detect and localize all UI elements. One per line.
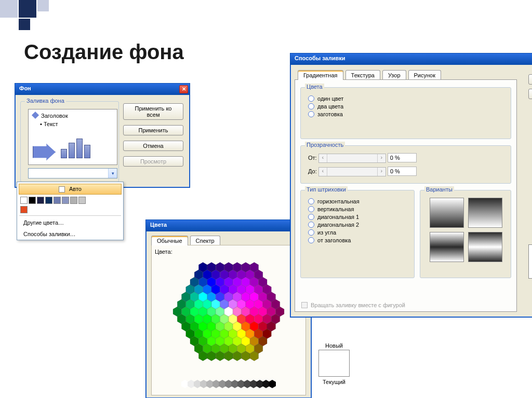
- rotate-with-shape-checkbox[interactable]: Вращать заливку вместе с фигурой: [301, 302, 405, 308]
- chart-icon: [61, 139, 97, 160]
- color-swatch[interactable]: [78, 197, 86, 204]
- color-dropdown-menu: Авто Другие цвета… Способы заливки…: [17, 182, 124, 240]
- tab-pattern[interactable]: Узор: [382, 70, 406, 80]
- radio-horizontal[interactable]: горизонтальная: [308, 198, 407, 204]
- cancel-button[interactable]: Отмена: [123, 141, 183, 151]
- new-color-swatch: [318, 350, 350, 377]
- colors-dialog: Цвета Обычные Спектр Цвета: Цвета:: [145, 219, 312, 398]
- new-color-label: Новый: [316, 342, 352, 349]
- color-swatch[interactable]: [37, 197, 44, 204]
- background-dialog-titlebar[interactable]: Фон ✕: [15, 84, 190, 95]
- radio-two-colors[interactable]: два цвета: [308, 103, 503, 109]
- transparency-from-value[interactable]: 0 %: [388, 153, 417, 162]
- color-swatch[interactable]: [29, 197, 36, 204]
- tab-gradient[interactable]: Градиентная: [298, 70, 343, 80]
- apply-button[interactable]: Применить: [123, 125, 183, 135]
- diamond-icon: [32, 112, 39, 119]
- transparency-from-slider[interactable]: ‹›: [318, 154, 386, 163]
- tab-custom[interactable]: Спектр: [190, 236, 220, 245]
- tab-texture[interactable]: Текстура: [345, 70, 380, 80]
- more-colors-item[interactable]: Другие цвета…: [17, 217, 123, 228]
- close-icon[interactable]: ✕: [179, 85, 188, 93]
- auto-color-item[interactable]: Авто: [19, 184, 122, 195]
- fill-effects-item[interactable]: Способы заливки…: [17, 228, 123, 240]
- variant-1[interactable]: [430, 198, 464, 228]
- color-swatch[interactable]: [45, 197, 52, 204]
- radio-diagonal-1[interactable]: диагональная 1: [308, 214, 407, 220]
- radio-from-title[interactable]: от заголовка: [308, 237, 407, 243]
- chevron-down-icon[interactable]: ▾: [108, 169, 117, 178]
- sample-swatch: [528, 244, 532, 279]
- background-dialog: Фон ✕ Заливка фона Заголовок • Текст ▾ П…: [15, 83, 190, 188]
- colors-dialog-title: Цвета: [150, 222, 167, 228]
- radio-from-corner[interactable]: из угла: [308, 229, 407, 236]
- color-swatch[interactable]: [20, 206, 28, 213]
- fill-color-dropdown[interactable]: ▾: [28, 168, 117, 179]
- radio-one-color[interactable]: один цвет: [308, 95, 503, 102]
- radio-vertical[interactable]: вертикальная: [308, 206, 407, 212]
- fill-effects-title: Способы заливки: [295, 55, 345, 61]
- background-dialog-title: Фон: [19, 85, 31, 91]
- fill-effects-dialog: Способы заливки ✕ Градиентная Текстура У…: [290, 53, 532, 318]
- tab-picture[interactable]: Рисунок: [408, 70, 442, 80]
- color-swatch[interactable]: [54, 197, 61, 204]
- tab-standard[interactable]: Обычные: [151, 236, 188, 245]
- color-swatch[interactable]: [62, 197, 69, 204]
- colors-dialog-titlebar[interactable]: Цвета: [146, 220, 311, 231]
- grayscale-row[interactable]: [152, 380, 305, 389]
- page-title: Создание фона: [24, 40, 184, 64]
- cancel-button-fx[interactable]: Отмена: [528, 89, 532, 99]
- radio-diagonal-2[interactable]: диагональная 2: [308, 222, 407, 228]
- sample-label: Образец:: [528, 236, 532, 242]
- background-fill-legend: Заливка фона: [25, 98, 66, 104]
- apply-all-button[interactable]: Применить ко всем: [123, 103, 183, 120]
- color-swatch[interactable]: [70, 197, 77, 204]
- variant-2[interactable]: [468, 198, 502, 228]
- preview-button[interactable]: Просмотр: [123, 156, 183, 167]
- color-swatch[interactable]: [20, 197, 28, 204]
- ok-button[interactable]: ОК: [528, 74, 532, 85]
- variant-3[interactable]: [430, 232, 464, 262]
- current-color-label: Текущий: [316, 379, 352, 385]
- transparency-to-value[interactable]: 0 %: [388, 167, 417, 176]
- arrow-shape-icon: [33, 144, 56, 160]
- fill-effects-titlebar[interactable]: Способы заливки ✕: [290, 53, 532, 65]
- background-preview: Заголовок • Текст: [28, 109, 117, 165]
- variant-4[interactable]: [468, 232, 502, 262]
- color-hexagon[interactable]: [158, 255, 299, 377]
- radio-preset[interactable]: заготовка: [308, 111, 503, 117]
- transparency-to-slider[interactable]: ‹›: [318, 167, 386, 176]
